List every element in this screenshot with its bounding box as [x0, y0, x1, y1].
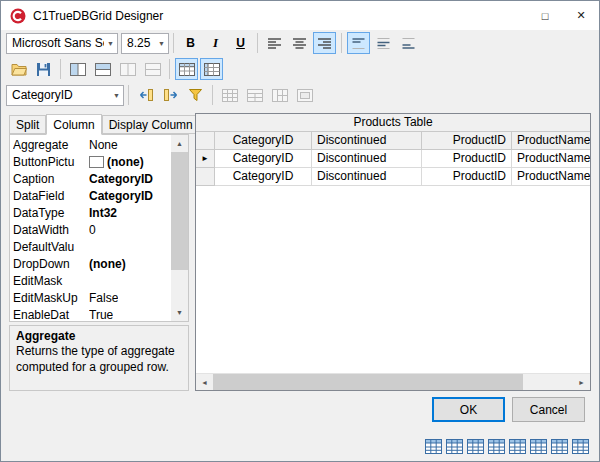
- chevron-down-icon: ▼: [155, 40, 168, 47]
- align-center-button[interactable]: [288, 32, 311, 54]
- maximize-button[interactable]: □: [527, 1, 563, 30]
- property-row-buttonpictu[interactable]: ButtonPictu(none): [10, 153, 171, 170]
- scroll-down-button[interactable]: ▼: [171, 304, 188, 321]
- row-selector[interactable]: [196, 168, 215, 186]
- font-size-combo[interactable]: 8.25 ▼: [121, 33, 169, 54]
- merge-all-button[interactable]: [293, 84, 316, 106]
- property-row-datatype[interactable]: DataTypeInt32: [10, 204, 171, 221]
- column-headers-toggle-button[interactable]: [175, 58, 198, 80]
- italic-icon: I: [213, 35, 218, 51]
- scrollbar-track[interactable]: [171, 270, 188, 304]
- merge-vertical-icon: [272, 89, 288, 102]
- grid-style-8-icon[interactable]: [572, 439, 589, 454]
- grid-cell-productid[interactable]: ProductID: [422, 168, 512, 186]
- align-left-button[interactable]: [263, 32, 286, 54]
- valign-top-button[interactable]: [347, 32, 370, 54]
- align-right-button[interactable]: [313, 32, 336, 54]
- row-selector[interactable]: ►: [196, 150, 215, 168]
- grid-column-header-productid[interactable]: ProductID: [422, 132, 512, 150]
- scroll-left-button[interactable]: ◄: [196, 374, 213, 390]
- add-horizontal-split-button[interactable]: [91, 58, 114, 80]
- property-name: EditMask: [13, 274, 89, 288]
- property-row-aggregate[interactable]: AggregateNone: [10, 136, 171, 153]
- tab-column[interactable]: Column: [46, 114, 101, 135]
- property-row-enabledat[interactable]: EnableDatTrue: [10, 306, 171, 321]
- property-row-datawidth[interactable]: DataWidth0: [10, 221, 171, 238]
- grid-cell-categoryid[interactable]: CategoryID: [215, 168, 312, 186]
- add-vertical-split-button[interactable]: [66, 58, 89, 80]
- toolbar-separator: [341, 33, 342, 53]
- remove-horizontal-split-button[interactable]: [141, 58, 164, 80]
- bold-button[interactable]: B: [179, 32, 202, 54]
- grid-style-2-icon[interactable]: [446, 439, 463, 454]
- property-description-panel: Aggregate Returns the type of aggregate …: [9, 325, 189, 391]
- tab-split[interactable]: Split: [9, 115, 46, 134]
- move-column-left-button[interactable]: [134, 84, 157, 106]
- grid-style-5-icon[interactable]: [509, 439, 526, 454]
- property-name: DataWidth: [13, 223, 89, 237]
- scroll-up-button[interactable]: ▲: [171, 135, 188, 152]
- font-size-value: 8.25: [127, 36, 155, 50]
- property-value: False: [89, 291, 118, 305]
- merge-none-button[interactable]: [218, 84, 241, 106]
- property-name: DataField: [13, 189, 89, 203]
- grid-column-header-productname[interactable]: ProductName: [512, 132, 590, 150]
- grid-corner-cell[interactable]: [196, 132, 215, 150]
- grid-cell-productname[interactable]: ProductName: [512, 150, 590, 168]
- property-row-defaultvalu[interactable]: DefaultValu: [10, 238, 171, 255]
- grid-caption[interactable]: Products Table: [196, 114, 590, 132]
- vertical-split-icon: [120, 63, 136, 76]
- merge-none-icon: [222, 89, 238, 102]
- grid-cell-categoryid[interactable]: CategoryID: [215, 150, 312, 168]
- valign-center-button[interactable]: [372, 32, 395, 54]
- grid-style-7-icon[interactable]: [551, 439, 568, 454]
- row-headers-toggle-button[interactable]: [200, 58, 223, 80]
- merge-horizontal-button[interactable]: [243, 84, 266, 106]
- remove-vertical-split-button[interactable]: [116, 58, 139, 80]
- property-value: (none): [107, 155, 144, 169]
- property-row-caption[interactable]: CaptionCategoryID: [10, 170, 171, 187]
- grid-cell-discontinued[interactable]: Discontinued: [312, 150, 422, 168]
- grid-style-4-icon[interactable]: [488, 439, 505, 454]
- horizontal-split-icon: [145, 63, 161, 76]
- scrollbar-thumb[interactable]: [213, 374, 523, 390]
- filter-bar-button[interactable]: [184, 84, 207, 106]
- save-button[interactable]: [32, 58, 55, 80]
- property-name: DataType: [13, 206, 89, 220]
- italic-button[interactable]: I: [204, 32, 227, 54]
- property-row-datafield[interactable]: DataFieldCategoryID: [10, 187, 171, 204]
- move-column-right-button[interactable]: [159, 84, 182, 106]
- property-row-editmaskup[interactable]: EditMaskUpFalse: [10, 289, 171, 306]
- field-combo[interactable]: CategoryID ▼: [6, 85, 124, 106]
- tab-display-column[interactable]: Display Column: [102, 115, 200, 134]
- scrollbar-thumb[interactable]: [171, 152, 188, 270]
- ok-button[interactable]: OK: [432, 397, 505, 422]
- font-name-combo[interactable]: Microsoft Sans Ser ▼: [6, 33, 118, 54]
- title-bar: C1TrueDBGrid Designer □ ✕: [1, 1, 599, 30]
- cancel-button[interactable]: Cancel: [512, 397, 585, 422]
- grid-style-1-icon[interactable]: [425, 439, 442, 454]
- maximize-icon: □: [542, 10, 549, 22]
- close-button[interactable]: ✕: [563, 1, 599, 30]
- grid-cell-productid[interactable]: ProductID: [422, 150, 512, 168]
- scrollbar-track[interactable]: [523, 374, 573, 390]
- valign-bottom-button[interactable]: [397, 32, 420, 54]
- grid-cell-discontinued[interactable]: Discontinued: [312, 168, 422, 186]
- grid-header-row: CategoryIDDiscontinuedProductIDProductNa…: [196, 132, 590, 150]
- grid-horizontal-scrollbar[interactable]: ◄ ►: [196, 373, 590, 390]
- underline-button[interactable]: U: [229, 32, 252, 54]
- property-scrollbar[interactable]: ▲ ▼: [171, 135, 188, 321]
- property-row-editmask[interactable]: EditMask: [10, 272, 171, 289]
- toolbar-separator: [257, 33, 258, 53]
- valign-bottom-icon: [401, 37, 416, 50]
- scroll-right-button[interactable]: ►: [573, 374, 590, 390]
- property-row-dropdown[interactable]: DropDown(none): [10, 255, 171, 272]
- grid-cell-productname[interactable]: ProductName: [512, 168, 590, 186]
- close-icon: ✕: [576, 9, 585, 22]
- grid-style-3-icon[interactable]: [467, 439, 484, 454]
- grid-column-header-categoryid[interactable]: CategoryID: [215, 132, 312, 150]
- merge-vertical-button[interactable]: [268, 84, 291, 106]
- grid-column-header-discontinued[interactable]: Discontinued: [312, 132, 422, 150]
- grid-style-6-icon[interactable]: [530, 439, 547, 454]
- open-button[interactable]: [7, 58, 30, 80]
